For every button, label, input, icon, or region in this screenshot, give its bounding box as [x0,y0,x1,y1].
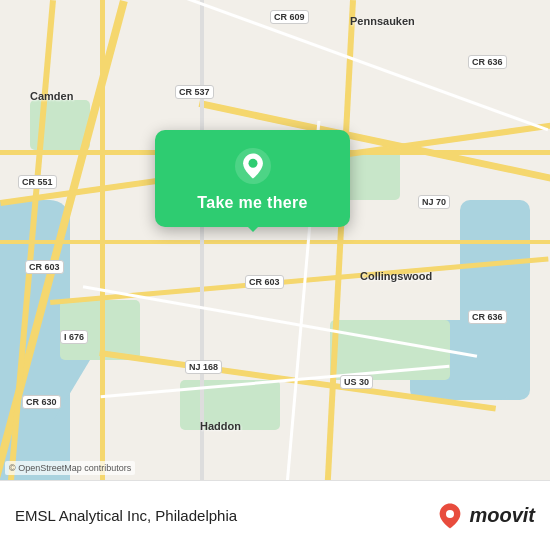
road-label-cr636a: CR 636 [468,55,507,69]
road-vert-1 [100,0,105,480]
bottom-bar: EMSL Analytical Inc, Philadelphia moovit [0,480,550,550]
take-me-there-button[interactable]: Take me there [197,194,307,212]
location-popup: Take me there [155,130,350,227]
road-label-cr537: CR 537 [175,85,214,99]
road-label-i676: I 676 [60,330,88,344]
road-label-cr636b: CR 636 [468,310,507,324]
map-container: CR 609CR 537CR 551CR 6CR 636NJ 70CR 603C… [0,0,550,480]
road-label-cr630: CR 630 [22,395,61,409]
moovit-logo: moovit [436,502,535,530]
road-label-cr551: CR 551 [18,175,57,189]
road-label-nj168: NJ 168 [185,360,222,374]
road-label-cr603a: CR 603 [25,260,64,274]
city-label-collingswood: Collingswood [360,270,432,282]
svg-point-1 [248,159,257,168]
city-label-camden: Camden [30,90,73,102]
road-label-nj70: NJ 70 [418,195,450,209]
svg-point-2 [446,510,454,518]
city-label-pennsauken: Pennsauken [350,15,415,27]
city-label-haddon: Haddon [200,420,241,432]
map-attribution: © OpenStreetMap contributors [5,461,135,475]
location-pin-icon [235,148,271,184]
moovit-pin-icon [436,502,464,530]
moovit-brand-text: moovit [469,504,535,527]
road-label-cr609: CR 609 [270,10,309,24]
road-horiz-2 [0,240,550,244]
road-label-cr603b: CR 603 [245,275,284,289]
road-vert-2 [200,0,204,480]
road-label-us30: US 30 [340,375,373,389]
location-name: EMSL Analytical Inc, Philadelphia [15,507,436,524]
